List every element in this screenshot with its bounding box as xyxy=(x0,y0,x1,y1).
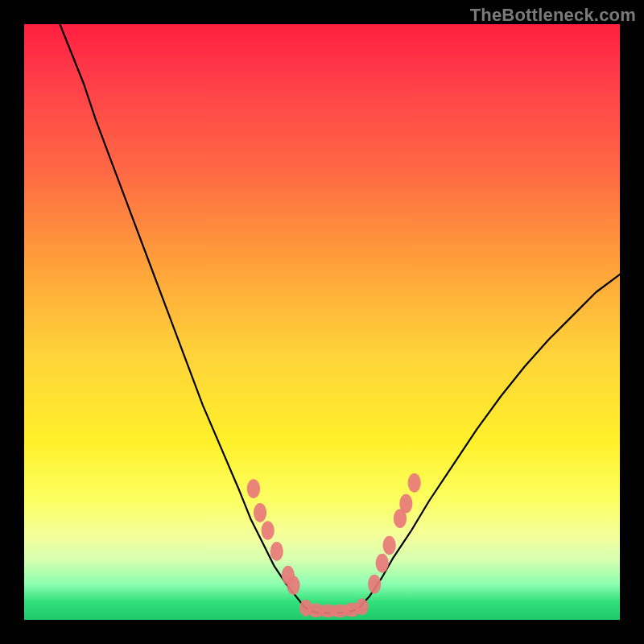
curve-marker xyxy=(262,521,275,540)
marker-layer xyxy=(247,473,421,617)
plot-area xyxy=(24,24,620,620)
curve-marker xyxy=(376,554,389,573)
bottleneck-curve xyxy=(60,24,620,613)
curve-marker xyxy=(287,576,299,595)
watermark-text: TheBottleneck.com xyxy=(470,5,636,26)
plot-svg xyxy=(24,24,620,620)
curve-marker xyxy=(408,473,421,493)
curve-marker xyxy=(355,598,368,615)
curve-marker xyxy=(254,503,266,522)
curve-marker xyxy=(247,479,260,498)
curve-marker xyxy=(270,542,283,561)
curve-marker xyxy=(399,494,412,514)
curve-marker xyxy=(382,536,395,555)
chart-stage: TheBottleneck.com xyxy=(0,0,644,644)
curve-layer xyxy=(60,24,620,613)
curve-marker xyxy=(368,575,381,594)
